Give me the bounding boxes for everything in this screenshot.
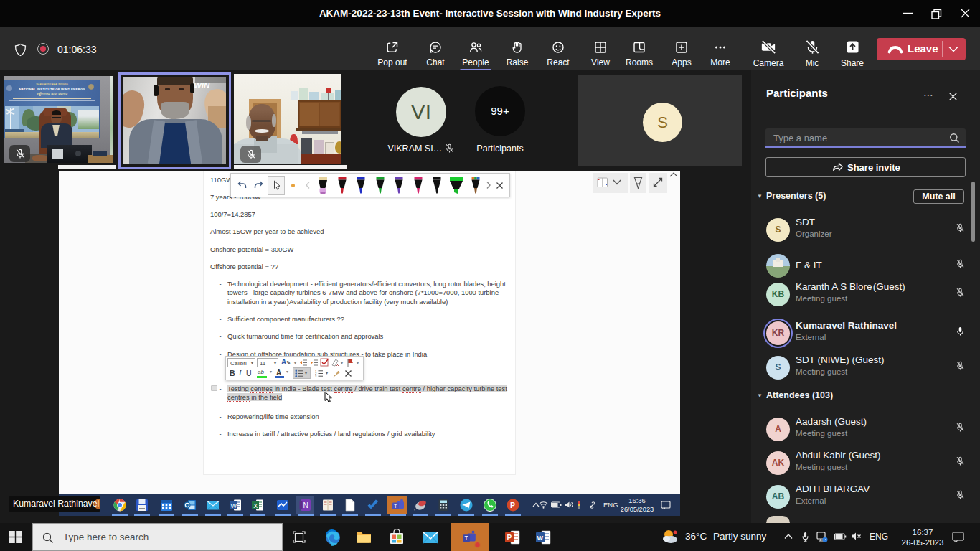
svg-text:P: P [507,534,512,542]
svg-text:X: X [253,502,258,509]
svg-text:T: T [394,503,397,509]
svg-text:N: N [303,501,308,509]
svg-text:W: W [537,534,544,542]
svg-text:W: W [231,502,237,509]
svg-text:P: P [510,501,515,509]
svg-text:3: 3 [315,375,317,377]
svg-text:T: T [464,535,468,542]
